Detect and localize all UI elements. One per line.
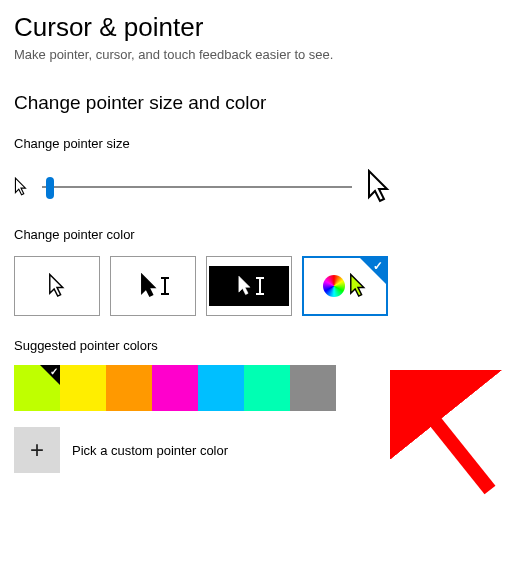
color-swatch-5[interactable] (244, 365, 290, 411)
check-icon: ✓ (373, 259, 383, 273)
svg-line-0 (410, 390, 490, 490)
cursor-white-on-black-icon (237, 275, 253, 297)
pointer-color-mode-row: ✓ (14, 256, 513, 316)
pointer-size-row (14, 169, 513, 205)
color-swatch-6[interactable] (290, 365, 336, 411)
pick-custom-color-label: Pick a custom pointer color (72, 443, 228, 458)
plus-icon: + (30, 436, 44, 464)
color-swatch-1[interactable] (60, 365, 106, 411)
ibeam-icon (164, 277, 166, 295)
color-swatch-4[interactable] (198, 365, 244, 411)
color-swatch-3[interactable] (152, 365, 198, 411)
cursor-small-icon (14, 177, 28, 197)
cursor-white-icon (48, 273, 66, 299)
annotation-arrow-icon (390, 370, 510, 500)
cursor-black-icon (140, 273, 158, 299)
ibeam-white-icon (259, 277, 261, 295)
label-pointer-color: Change pointer color (14, 227, 513, 242)
page-title: Cursor & pointer (14, 12, 513, 43)
pointer-size-slider[interactable] (42, 175, 352, 199)
color-wheel-icon (323, 275, 345, 297)
label-pointer-size: Change pointer size (14, 136, 513, 151)
pointer-color-inverted[interactable] (206, 256, 292, 316)
check-icon: ✓ (50, 366, 58, 377)
pointer-color-black[interactable] (110, 256, 196, 316)
cursor-large-icon (366, 169, 392, 205)
color-swatch-2[interactable] (106, 365, 152, 411)
label-suggested-colors: Suggested pointer colors (14, 338, 513, 353)
color-swatch-0[interactable]: ✓ (14, 365, 60, 411)
pointer-color-white[interactable] (14, 256, 100, 316)
section-size-color: Change pointer size and color (14, 92, 513, 114)
page-subtitle: Make pointer, cursor, and touch feedback… (14, 47, 513, 62)
pick-custom-color-button[interactable]: + (14, 427, 60, 473)
pointer-color-custom[interactable]: ✓ (302, 256, 388, 316)
